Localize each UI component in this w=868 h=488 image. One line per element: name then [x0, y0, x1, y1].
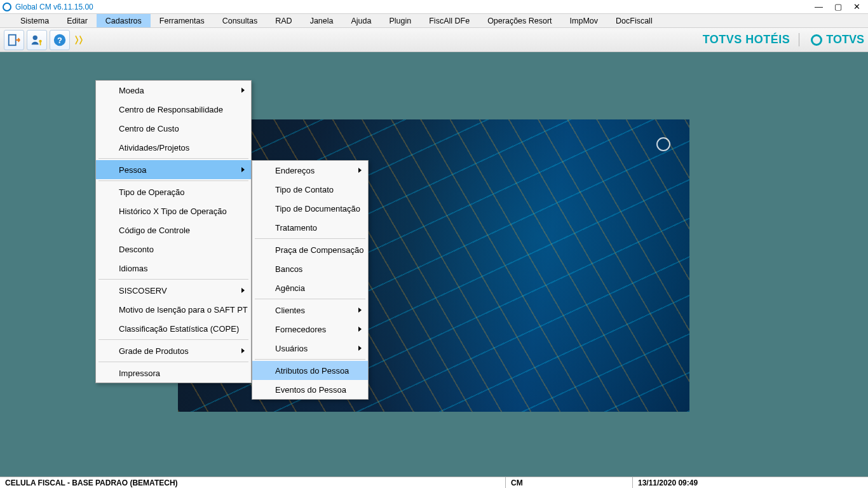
app-icon [3, 3, 11, 11]
cadastros-item-centro-de-responsabilidade[interactable]: Centro de Responsabilidade [96, 100, 251, 119]
menu-editar[interactable]: Editar [58, 14, 97, 27]
cadastros-item-moeda[interactable]: Moeda [96, 81, 251, 100]
menu-item-label: Tipo de Documentação [275, 204, 360, 214]
cadastros-item-motivo-de-isen-o-para-o-saft-pt[interactable]: Motivo de Isenção para o SAFT PT [96, 300, 251, 319]
menu-item-label: Grade de Produtos [119, 346, 189, 356]
menu-item-label: Tipo de Contato [275, 185, 334, 194]
pessoa-item-usu-rios[interactable]: Usuários [252, 339, 368, 358]
toolbar-extra-button[interactable] [72, 30, 85, 50]
titlebar: Global CM v6.11.15.00 — ▢ ✕ [0, 0, 868, 14]
menu-item-label: Endereços [275, 166, 315, 175]
status-mid: CM [506, 477, 633, 488]
toolbar-exit-button[interactable] [4, 30, 24, 50]
minimize-button[interactable]: — [815, 2, 823, 11]
brand-totvs-label: TOTVS [826, 33, 864, 46]
menu-consultas[interactable]: Consultas [214, 14, 267, 27]
menu-impmov[interactable]: ImpMov [561, 14, 607, 27]
menu-item-label: Classificação Estatística (COPE) [119, 324, 239, 334]
menu-item-label: Tratamento [275, 223, 317, 233]
statusbar: CELULA FISCAL - BASE PADRAO (BEMATECH) C… [0, 477, 868, 488]
menu-cadastros[interactable]: Cadastros [97, 14, 151, 27]
menu-item-label: Pessoa [119, 165, 146, 175]
svg-text:?: ? [57, 35, 62, 44]
menu-docfiscall[interactable]: DocFiscall [607, 14, 661, 27]
cadastros-item-separator [98, 158, 248, 159]
menu-ferramentas[interactable]: Ferramentas [151, 14, 214, 27]
menu-item-label: Eventos do Pessoa [275, 385, 346, 395]
dropdown-pessoa: EndereçosTipo de ContatoTipo de Document… [252, 160, 369, 400]
menu-operacoes-resort[interactable]: Operações Resort [478, 14, 560, 27]
cadastros-item-separator [98, 362, 248, 362]
menu-item-label: Bancos [275, 264, 302, 274]
svg-rect-3 [40, 42, 41, 45]
cadastros-item-desconto[interactable]: Desconto [96, 240, 251, 259]
svg-point-2 [39, 39, 41, 42]
menu-item-label: Clientes [275, 306, 305, 315]
pessoa-item-tratamento[interactable]: Tratamento [252, 218, 368, 237]
cadastros-item-siscoserv[interactable]: SISCOSERV [96, 281, 251, 300]
totvs-ring-icon [811, 34, 822, 46]
brand-hoteis: TOTVS HOTÉIS [703, 33, 800, 46]
pessoa-item-ag-ncia[interactable]: Agência [252, 278, 368, 297]
menu-item-label: Tipo de Operação [119, 187, 185, 197]
pessoa-item-endere-os[interactable]: Endereços [252, 161, 368, 180]
submenu-arrow-icon [241, 167, 245, 172]
menu-item-label: Moeda [119, 86, 144, 95]
pessoa-item-separator [255, 238, 365, 239]
help-icon: ? [53, 33, 67, 47]
menu-item-label: Código de Controle [119, 226, 190, 235]
pessoa-item-bancos[interactable]: Bancos [252, 259, 368, 278]
cadastros-item-classifica-o-estat-stica-cope-[interactable]: Classificação Estatística (COPE) [96, 319, 251, 338]
cadastros-item-tipo-de-opera-o[interactable]: Tipo de Operação [96, 182, 251, 201]
toolbar-help-button[interactable]: ? [50, 30, 70, 50]
menu-ajuda[interactable]: Ajuda [342, 14, 381, 27]
menu-item-label: Agência [275, 283, 305, 293]
menu-item-label: Centro de Custo [119, 124, 179, 133]
menu-rad[interactable]: RAD [266, 14, 301, 27]
workspace: MoedaCentro de ResponsabilidadeCentro de… [0, 52, 868, 477]
submenu-arrow-icon [358, 327, 362, 332]
menu-item-label: Atividades/Projetos [119, 143, 189, 152]
pessoa-item-tipo-de-documenta-o[interactable]: Tipo de Documentação [252, 199, 368, 218]
cadastros-item-atividades-projetos[interactable]: Atividades/Projetos [96, 138, 251, 157]
cadastros-item-hist-rico-x-tipo-de-opera-o[interactable]: Histórico X Tipo de Operação [96, 201, 251, 220]
menu-item-label: Desconto [119, 245, 154, 254]
exit-icon [7, 33, 21, 47]
cadastros-item-separator [98, 339, 248, 340]
close-button[interactable]: ✕ [853, 2, 860, 11]
menu-item-label: Usuários [275, 344, 308, 353]
cadastros-item-c-digo-de-controle[interactable]: Código de Controle [96, 220, 251, 240]
maximize-button[interactable]: ▢ [834, 2, 842, 11]
pessoa-item-pra-a-de-compensa-o[interactable]: Praça de Compensação [252, 240, 368, 259]
menu-fiscall-dfe[interactable]: FiscAll DFe [420, 14, 478, 27]
pessoa-item-atributos-do-pessoa[interactable]: Atributos do Pessoa [252, 361, 368, 380]
menu-sistema[interactable]: Sistema [11, 14, 58, 27]
toolbar-user-button[interactable] [27, 30, 47, 50]
menu-item-label: Idiomas [119, 264, 148, 273]
cadastros-item-idiomas[interactable]: Idiomas [96, 259, 251, 278]
cadastros-item-centro-de-custo[interactable]: Centro de Custo [96, 119, 251, 138]
menu-plugin[interactable]: Plugin [380, 14, 420, 27]
menu-item-label: SISCOSERV [119, 286, 167, 295]
menu-janela[interactable]: Janela [301, 14, 342, 27]
svg-rect-0 [9, 34, 16, 45]
menubar: Sistema Editar Cadastros Ferramentas Con… [0, 14, 868, 28]
pessoa-item-clientes[interactable]: Clientes [252, 301, 368, 320]
image-ring-icon [656, 137, 670, 151]
pessoa-item-separator [255, 299, 365, 299]
submenu-arrow-icon [358, 346, 362, 351]
window-title: Global CM v6.11.15.00 [15, 3, 93, 11]
cadastros-item-pessoa[interactable]: Pessoa [96, 160, 251, 179]
submenu-arrow-icon [241, 348, 245, 353]
pessoa-item-eventos-do-pessoa[interactable]: Eventos do Pessoa [252, 380, 368, 399]
spark-icon [72, 33, 85, 47]
cadastros-item-separator [98, 279, 248, 280]
dropdown-cadastros: MoedaCentro de ResponsabilidadeCentro de… [95, 80, 252, 383]
cadastros-item-impressora[interactable]: Impressora [96, 363, 251, 383]
cadastros-item-grade-de-produtos[interactable]: Grade de Produtos [96, 341, 251, 360]
pessoa-item-tipo-de-contato[interactable]: Tipo de Contato [252, 180, 368, 199]
menu-item-label: Praça de Compensação [275, 245, 363, 255]
menu-item-label: Fornecedores [275, 325, 326, 334]
pessoa-item-fornecedores[interactable]: Fornecedores [252, 320, 368, 339]
menu-item-label: Motivo de Isenção para o SAFT PT [119, 305, 248, 315]
